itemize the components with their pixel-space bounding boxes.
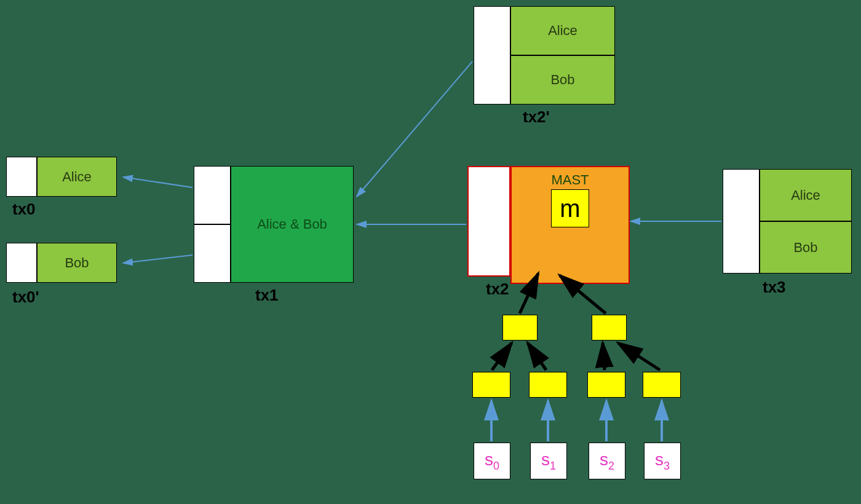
arrow-l22-to-l1r [603, 343, 605, 370]
mast-node-l2-2 [587, 372, 625, 398]
leaf-s0: s0 [474, 443, 510, 479]
tx1-output-text: Alice & Bob [257, 216, 327, 232]
arrow-l20-to-l1l [492, 343, 512, 370]
tx0-output: Alice [37, 157, 117, 197]
leaf-s0-text: s0 [485, 450, 499, 473]
tx2p-input [474, 6, 510, 104]
tx0p-output-text: Bob [65, 255, 89, 271]
mast-root-m: m [551, 189, 589, 227]
tx2p-label: tx2' [523, 108, 550, 127]
tx2-label: tx2 [486, 280, 509, 299]
leaf-s3-text: s3 [655, 450, 670, 473]
mast-node-l1-left [502, 315, 538, 341]
tx2-input [467, 166, 510, 277]
mast-node-l1-right [592, 315, 627, 341]
arrow-tx1-to-tx0p [123, 255, 192, 263]
mast-node-l2-1 [529, 372, 567, 398]
tx1-output: Alice & Bob [231, 166, 354, 283]
arrow-tx1-to-tx0 [123, 177, 192, 187]
tx0-input [6, 157, 37, 197]
tx0p-input [6, 243, 37, 283]
leaf-s2: s2 [589, 443, 625, 479]
tx3-out-alice-text: Alice [791, 187, 820, 203]
tx0p-label: tx0' [12, 288, 39, 307]
arrow-l21-to-l1l [528, 343, 546, 370]
tx3-out-bob: Bob [760, 221, 852, 274]
tx3-label: tx3 [763, 278, 786, 297]
tx2-output: MAST m [510, 166, 630, 284]
tx0-label: tx0 [12, 200, 36, 219]
tx3-out-bob-text: Bob [793, 240, 817, 256]
mast-node-l2-0 [472, 372, 510, 398]
tx2p-out-alice-text: Alice [548, 23, 577, 39]
tx3-input [723, 169, 760, 274]
tx3-out-alice: Alice [760, 169, 852, 221]
leaf-s2-text: s2 [600, 450, 614, 473]
tx1-input-bottom [194, 224, 231, 283]
tx1-label: tx1 [255, 286, 279, 305]
arrow-l23-to-l1r [618, 343, 660, 370]
tx2p-out-bob-text: Bob [550, 72, 574, 88]
tx2p-out-bob: Bob [510, 55, 615, 104]
diagram-stage: Alice tx0 Bob tx0' Alice & Bob tx1 Alice… [0, 0, 861, 504]
leaf-s1: s1 [530, 443, 567, 479]
arrow-tx2p-to-tx1 [357, 61, 472, 197]
leaf-s1-text: s1 [541, 450, 556, 473]
tx2p-out-alice: Alice [510, 6, 615, 55]
mast-root-m-text: m [560, 195, 580, 222]
leaf-s3: s3 [644, 443, 681, 479]
tx1-input-top [194, 166, 231, 224]
mast-node-l2-3 [643, 372, 681, 398]
tx0-output-text: Alice [62, 169, 92, 185]
tx2-mast-label: MAST [551, 172, 589, 188]
tx0p-output: Bob [37, 243, 117, 283]
